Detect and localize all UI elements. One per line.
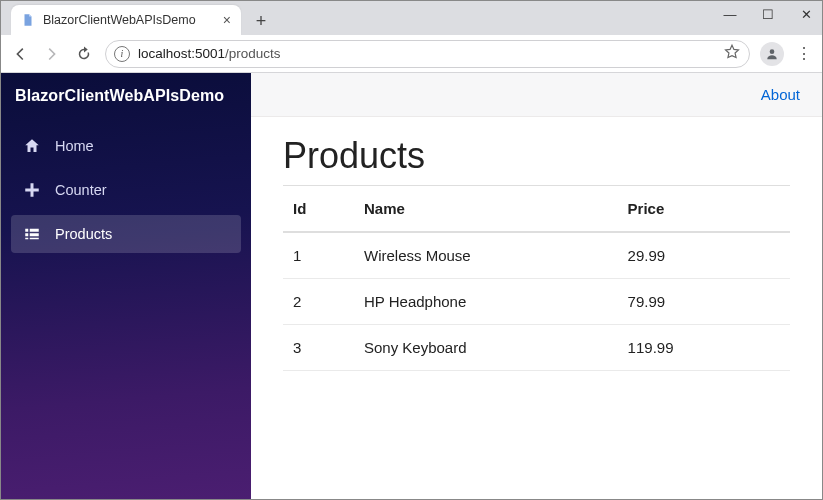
reload-button[interactable] — [73, 43, 95, 65]
cell-id: 3 — [283, 325, 354, 371]
sidebar-item-label: Products — [55, 226, 112, 242]
col-header-price: Price — [618, 186, 790, 233]
page-title: Products — [283, 135, 790, 177]
app-root: BlazorClientWebAPIsDemo Home Counter Pro… — [1, 73, 822, 500]
sidebar-item-label: Home — [55, 138, 94, 154]
svg-rect-3 — [25, 233, 28, 236]
site-info-icon[interactable]: i — [114, 46, 130, 62]
list-icon — [23, 225, 41, 243]
cell-name: HP Headphone — [354, 279, 618, 325]
cell-name: Wireless Mouse — [354, 232, 618, 279]
sidebar-item-label: Counter — [55, 182, 107, 198]
page-content: Products Id Name Price 1 Wireless Mouse … — [251, 117, 822, 389]
close-tab-icon[interactable]: × — [223, 13, 231, 27]
topbar: About — [251, 73, 822, 117]
back-button[interactable] — [9, 43, 31, 65]
cell-id: 1 — [283, 232, 354, 279]
sidebar-item-home[interactable]: Home — [11, 127, 241, 165]
window-maximize-button[interactable]: ☐ — [758, 7, 778, 22]
sidebar-item-counter[interactable]: Counter — [11, 171, 241, 209]
sidebar-item-products[interactable]: Products — [11, 215, 241, 253]
col-header-name: Name — [354, 186, 618, 233]
cell-price: 29.99 — [618, 232, 790, 279]
svg-point-0 — [770, 49, 775, 54]
sidebar: BlazorClientWebAPIsDemo Home Counter Pro… — [1, 73, 251, 500]
svg-rect-6 — [30, 238, 39, 240]
products-table: Id Name Price 1 Wireless Mouse 29.99 2 H… — [283, 185, 790, 371]
table-row: 1 Wireless Mouse 29.99 — [283, 232, 790, 279]
new-tab-button[interactable]: + — [247, 7, 275, 35]
url-path: /products — [225, 46, 281, 61]
browser-tab[interactable]: BlazorClientWebAPIsDemo × — [11, 5, 241, 35]
table-row: 3 Sony Keyboard 119.99 — [283, 325, 790, 371]
cell-name: Sony Keyboard — [354, 325, 618, 371]
forward-button[interactable] — [41, 43, 63, 65]
about-link[interactable]: About — [761, 86, 800, 103]
svg-rect-1 — [25, 229, 28, 232]
main-region: About Products Id Name Price 1 Wireless … — [251, 73, 822, 500]
profile-avatar-button[interactable] — [760, 42, 784, 66]
col-header-id: Id — [283, 186, 354, 233]
app-brand: BlazorClientWebAPIsDemo — [1, 73, 251, 121]
address-bar[interactable]: i localhost:5001/products — [105, 40, 750, 68]
browser-menu-button[interactable]: ⋮ — [794, 44, 814, 63]
table-row: 2 HP Headphone 79.99 — [283, 279, 790, 325]
cell-price: 79.99 — [618, 279, 790, 325]
table-header-row: Id Name Price — [283, 186, 790, 233]
svg-rect-5 — [25, 238, 28, 240]
sidebar-nav: Home Counter Products — [1, 121, 251, 259]
window-close-button[interactable]: ✕ — [796, 7, 816, 22]
plus-icon — [23, 181, 41, 199]
window-minimize-button[interactable]: — — [720, 7, 740, 22]
svg-rect-2 — [30, 229, 39, 232]
browser-toolbar: i localhost:5001/products ⋮ — [1, 35, 822, 73]
url-text[interactable]: localhost:5001/products — [138, 46, 715, 61]
tab-title: BlazorClientWebAPIsDemo — [43, 13, 196, 27]
bookmark-star-icon[interactable] — [723, 43, 741, 64]
cell-price: 119.99 — [618, 325, 790, 371]
home-icon — [23, 137, 41, 155]
window-titlebar: BlazorClientWebAPIsDemo × + — ☐ ✕ — [1, 1, 822, 35]
cell-id: 2 — [283, 279, 354, 325]
page-icon — [21, 13, 35, 27]
svg-rect-4 — [30, 233, 39, 236]
url-host: localhost:5001 — [138, 46, 225, 61]
